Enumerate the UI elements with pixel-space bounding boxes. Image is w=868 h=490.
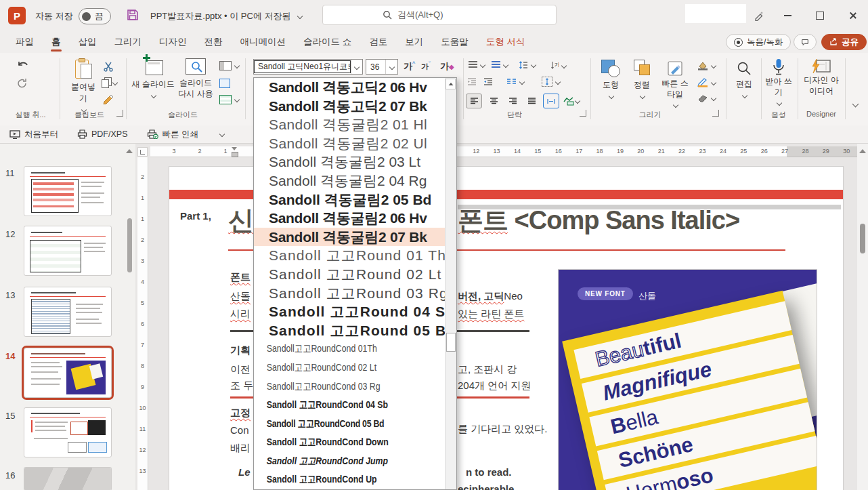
record-button[interactable]: 녹음/녹화 <box>726 34 791 50</box>
tab-shape-format[interactable]: 도형 서식 <box>477 31 534 53</box>
tab-home[interactable]: 홈 <box>43 31 70 53</box>
font-option[interactable]: Sandoll 격동굴림2 04 Rg <box>254 171 446 190</box>
minimize-button[interactable] <box>780 8 795 23</box>
slide-thumbnail-14[interactable] <box>24 348 112 398</box>
tab-draw[interactable]: 그리기 <box>106 31 151 53</box>
font-option[interactable]: Sandoll 격동굴림2 06 Hv <box>254 209 446 228</box>
slide-thumbnail-12[interactable] <box>24 226 112 276</box>
slide-image[interactable]: This bea lit Beautiful Magnifique Bella … <box>559 270 817 490</box>
drawing-dialog-launcher[interactable] <box>712 110 719 117</box>
design-ideas-button[interactable]: 디자인 아이디어 <box>800 58 842 96</box>
slide-scrollbar-track[interactable] <box>857 144 868 490</box>
pen-icon[interactable] <box>752 8 766 23</box>
new-slide-button[interactable]: 새 슬라이드 <box>131 58 175 100</box>
font-option[interactable]: Sandoll 격동고딕2 06 Hv <box>254 78 446 97</box>
eraser-button[interactable] <box>697 94 716 102</box>
font-size-dropdown-arrow[interactable] <box>385 60 397 74</box>
quick-styles-button[interactable]: 빠른 스타일 <box>658 60 692 109</box>
text-direction-button[interactable]: 가 <box>550 61 566 70</box>
font-option[interactable]: Sandoll 고고Round 05 Bd <box>254 321 446 340</box>
font-option[interactable]: Sandoll 격동굴림2 05 Bd <box>254 190 446 209</box>
pdf-xps-button[interactable]: PDF/XPS <box>77 129 128 139</box>
font-option[interactable]: Sandoll 격동굴림2 02 Ul <box>254 134 446 153</box>
shape-fill-button[interactable] <box>697 61 716 70</box>
increase-indent-button[interactable] <box>483 78 493 85</box>
slide-thumbnail-15[interactable] <box>24 407 112 457</box>
from-beginning-button[interactable]: 처음부터 <box>9 129 58 140</box>
tab-design[interactable]: 디자인 <box>150 31 196 53</box>
save-icon[interactable] <box>126 8 139 22</box>
arrange-button[interactable]: 정렬 <box>627 60 657 100</box>
collapse-ribbon-button[interactable] <box>852 99 858 108</box>
tab-transitions[interactable]: 전환 <box>196 31 232 53</box>
font-option[interactable]: Sandoll고고RoundCond 01Th <box>254 340 417 359</box>
tab-view[interactable]: 보기 <box>396 31 432 53</box>
copy-button[interactable] <box>102 77 117 87</box>
indent-marker[interactable] <box>232 147 237 150</box>
undo-button[interactable] <box>16 60 30 70</box>
shapes-button[interactable]: 도형 <box>596 60 626 100</box>
quick-print-button[interactable]: 빠른 인쇄 <box>147 129 198 140</box>
reuse-slides-button[interactable]: 슬라이드 다시 사용 <box>175 58 217 99</box>
clipboard-dialog-launcher[interactable] <box>116 110 123 117</box>
dictate-button[interactable]: 받아 쓰기 <box>764 58 794 107</box>
align-center-button[interactable] <box>486 94 501 108</box>
reset-button[interactable] <box>219 79 230 88</box>
slide-thumbnail-16[interactable] <box>24 467 112 490</box>
clear-formatting-button[interactable]: 가◆ <box>440 60 454 73</box>
tab-help[interactable]: 도움말 <box>432 31 477 53</box>
slide-thumbnail-11[interactable] <box>24 166 112 216</box>
align-text-button[interactable] <box>542 77 560 87</box>
tab-review[interactable]: 검토 <box>360 31 396 53</box>
decrease-font-button[interactable]: 가ˇ <box>421 60 431 72</box>
close-button[interactable] <box>846 8 861 23</box>
thumbnail-scrollbar[interactable] <box>127 218 132 272</box>
increase-font-button[interactable]: 가^ <box>404 60 415 73</box>
indent-marker-box[interactable] <box>232 152 238 157</box>
slide-scroll-up[interactable] <box>859 149 866 153</box>
decrease-indent-button[interactable] <box>467 78 477 85</box>
dropdown-scrollbar[interactable] <box>445 78 456 489</box>
document-title[interactable]: PPT발표자료.pptx • 이 PC에 저장됨 <box>150 10 302 22</box>
editing-button[interactable]: 편집 <box>730 61 758 100</box>
align-left-button[interactable] <box>466 94 482 108</box>
thumbnail-scroll-up[interactable] <box>126 149 133 153</box>
font-option[interactable]: Sandoll 고고RoundCond 05 Bd <box>254 415 417 434</box>
slide-scrollbar-thumb[interactable] <box>860 224 865 253</box>
redo-button[interactable] <box>16 77 28 89</box>
font-option[interactable]: Sandoll 고고Round 02 Lt <box>254 265 446 284</box>
font-option-selected[interactable]: Sandoll 격동굴림2 07 Bk <box>254 228 446 247</box>
shape-outline-button[interactable] <box>697 78 716 87</box>
comments-button[interactable] <box>794 34 817 50</box>
font-option[interactable]: Sandoll 고고RoundCond Down <box>254 433 417 452</box>
slide-thumbnail-13[interactable] <box>24 287 112 337</box>
font-option[interactable]: Sandoll 고고Round 03 Rg <box>254 284 446 303</box>
qat-overflow-chevron[interactable] <box>219 131 225 137</box>
tab-animations[interactable]: 애니메이션 <box>232 31 295 53</box>
font-option[interactable]: Sandoll고고RoundCond 03 Rg <box>254 377 417 396</box>
dropdown-scrollbar-thumb[interactable] <box>446 333 456 352</box>
numbering-button[interactable] <box>492 61 508 68</box>
section-button[interactable] <box>219 95 239 104</box>
font-name-combo[interactable]: Sandoll 고딕Neo1유니코드 <box>253 59 363 75</box>
font-option[interactable]: Sandoll 격동굴림2 01 Hl <box>254 115 446 134</box>
maximize-button[interactable] <box>812 8 827 23</box>
font-option[interactable]: Sandoll 고고Round 01 Th <box>254 246 446 265</box>
font-name-dropdown-arrow[interactable] <box>351 60 362 74</box>
paste-button[interactable]: 붙여넣기 <box>68 58 99 114</box>
line-spacing-button[interactable] <box>519 61 536 69</box>
tab-slideshow[interactable]: 슬라이드 쇼 <box>295 31 360 53</box>
distribute-columns-button[interactable] <box>543 94 559 108</box>
tab-insert[interactable]: 삽입 <box>70 31 106 53</box>
autosave-toggle[interactable]: 끔 <box>79 8 111 24</box>
font-option[interactable]: Sandoll고고RoundCond 02 Lt <box>254 359 417 377</box>
font-option[interactable]: Sandoll 고고RoundCond Jump <box>254 452 417 471</box>
cut-button[interactable] <box>103 61 114 72</box>
font-option[interactable]: Sandoll 고고RoundCond 04 Sb <box>254 396 417 415</box>
tab-file[interactable]: 파일 <box>7 31 43 53</box>
search-input[interactable]: 검색(Alt+Q) <box>322 5 557 25</box>
convert-smartart-button[interactable] <box>563 97 580 106</box>
font-size-combo[interactable]: 36 <box>366 59 398 75</box>
font-option[interactable]: Sandoll 격동고딕2 07 Bk <box>254 97 446 116</box>
layout-button[interactable] <box>219 61 239 70</box>
